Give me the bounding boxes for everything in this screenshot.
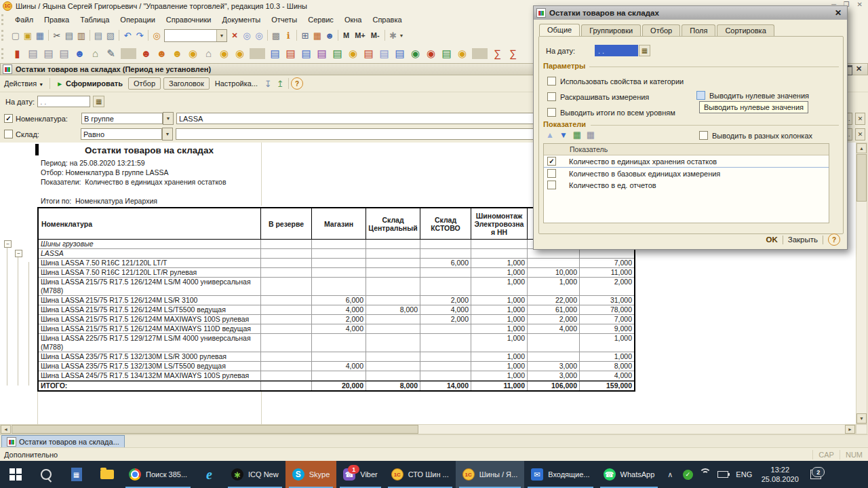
taskbar-app-1c-shiny[interactable]: 1С Шины / Я... — [456, 461, 525, 488]
sum-report-icon[interactable]: ∑ — [490, 48, 505, 60]
Шина LASSA 7.50 R16C 121/120L LT/T[interactable]: Шина LASSA 7.50 R16C 121/120L LT/T 6,000… — [39, 259, 634, 268]
supplier-icon[interactable]: ☻ — [170, 48, 185, 60]
horizontal-scroll-thumb[interactable] — [12, 425, 418, 434]
toolbar-icon[interactable] — [90, 30, 90, 41]
indicator-checkbox[interactable] — [547, 157, 556, 166]
Шина LASSA 235/75 R17.5 132/130M LS/T5500 ведущая[interactable]: Шина LASSA 235/75 R17.5 132/130M LS/T550… — [39, 362, 634, 371]
Шина LASSA 215/75 R17.5 126/124M MAXIWAYS 110D ведущая[interactable]: Шина LASSA 215/75 R17.5 126/124M MAXIWAY… — [39, 324, 634, 334]
undo-icon[interactable]: ↶ — [121, 29, 134, 41]
indicator-list-item[interactable]: Количество в единицах хранения остатков — [544, 155, 829, 168]
filter-button[interactable]: Отбор — [128, 77, 161, 90]
dialog-help-icon[interactable]: ? — [828, 233, 840, 246]
dialog-close-icon[interactable]: ✕ — [832, 8, 844, 18]
coin-add-icon[interactable]: ◉ — [408, 48, 423, 60]
separate-columns-checkbox-row[interactable]: Выводить в разных колонках — [699, 131, 812, 140]
chevron-down-icon[interactable]: ▼ — [399, 33, 404, 38]
tree-collapse-icon[interactable]: − — [4, 240, 12, 248]
doc-copy-icon[interactable]: ▤ — [376, 48, 392, 60]
toolbar-icon[interactable] — [148, 30, 149, 41]
indicator-checkbox[interactable] — [547, 181, 556, 189]
chevron-down-icon[interactable]: ▼ — [216, 30, 226, 41]
generate-button[interactable]: ► Сформировать — [52, 78, 127, 89]
print-labels-icon[interactable]: ▤ — [56, 48, 72, 60]
menu-documents[interactable]: Документы — [216, 14, 266, 26]
dialog-date-input[interactable]: . . — [595, 45, 638, 56]
print-report-icon[interactable]: ▤ — [25, 48, 41, 60]
chevron-down-icon[interactable]: ▼ — [162, 128, 173, 140]
Шина LASSA 215/75 R17.5 126/124M LS/R 3100[interactable]: Шина LASSA 215/75 R17.5 126/124M LS/R 31… — [39, 296, 634, 305]
cash-building-icon[interactable]: ⌂ — [201, 48, 216, 60]
taskbar-app-1c-sto[interactable]: 1С СТО Шин ... — [384, 461, 456, 488]
employees-icon[interactable]: ☻ — [72, 48, 87, 60]
taskbar-search-button[interactable] — [31, 461, 61, 488]
taskbar-app-icq[interactable]: ∗ ICQ New — [224, 461, 285, 488]
taskbar-app-skype[interactable]: S Skype — [285, 461, 337, 488]
nomenclature-checkbox[interactable] — [4, 114, 13, 123]
menu-reports[interactable]: Отчеты — [266, 14, 302, 26]
tray-wifi-icon[interactable] — [696, 461, 714, 488]
chevron-down-icon[interactable]: ▼ — [163, 112, 174, 125]
toolbar-icon[interactable] — [121, 48, 136, 59]
column-header[interactable]: Склад Центральный — [366, 208, 420, 239]
file-explorer-button[interactable] — [92, 461, 122, 488]
menu-windows[interactable]: Окна — [339, 14, 368, 26]
customer-icon[interactable]: ☻ — [138, 48, 154, 60]
copy-fragment-icon[interactable]: ▩ — [270, 29, 282, 41]
invoice-in-icon[interactable]: ▤ — [298, 48, 314, 60]
totals-all-levels-checkbox-row[interactable]: Выводить итоги по всем уровням — [547, 108, 675, 117]
new-doc-icon[interactable]: ▢ — [9, 29, 22, 41]
dialog-tab-general[interactable]: Общие — [539, 24, 580, 36]
use-props-checkbox[interactable] — [547, 77, 556, 86]
doc-cash-icon[interactable]: ◉ — [454, 48, 470, 60]
warehouse-icon[interactable]: ⌂ — [87, 48, 103, 60]
sum-report2-icon[interactable]: ∑ — [505, 48, 521, 60]
save-icon[interactable]: ▦ — [34, 29, 46, 41]
taskbar-app-chrome[interactable]: Поиск 385... — [122, 461, 194, 488]
scroll-right-icon[interactable]: ► — [845, 425, 855, 434]
warehouse-clear-button[interactable]: ✕ — [855, 128, 865, 140]
dialog-calendar-button[interactable]: ▦ — [639, 45, 650, 56]
vertical-scrollbar[interactable]: ▲ ▼ — [856, 143, 867, 424]
print-price-icon[interactable]: ▤ — [41, 48, 56, 60]
taskbar-app-mail[interactable]: ✉ Входящие... — [524, 461, 596, 488]
report-close-icon[interactable]: ✕ — [856, 64, 862, 73]
indicator-list-item[interactable]: Количество в базовых единицах измерения — [544, 168, 829, 179]
find-prev-icon[interactable]: ◎ — [253, 29, 265, 41]
LASSA[interactable]: LASSA — [39, 249, 634, 259]
Шина LASSA 7.50 R16C 121/120L LT/R рулевая[interactable]: Шина LASSA 7.50 R16C 121/120L LT/R рулев… — [39, 268, 634, 278]
print-preview-icon[interactable]: ▧ — [104, 29, 117, 41]
users-icon[interactable]: ☻ — [323, 29, 336, 41]
vertical-scroll-thumb[interactable] — [856, 154, 867, 202]
tray-language[interactable]: ENG — [732, 461, 756, 488]
menu-service[interactable]: Сервис — [302, 14, 339, 26]
settings-button[interactable]: Настройка... — [211, 78, 262, 89]
ok-button[interactable]: OK — [766, 236, 777, 244]
nomenclature-clear-button[interactable]: ✕ — [855, 113, 865, 125]
calc-m-button[interactable]: M — [340, 31, 352, 39]
paste-icon[interactable]: ▥ — [75, 29, 87, 41]
doc-approve-icon[interactable]: ▤ — [439, 48, 454, 60]
search-combobox[interactable]: ▼ — [164, 29, 227, 42]
date-input[interactable]: . . — [37, 96, 90, 107]
tray-chevron-icon[interactable]: ∧ — [661, 461, 679, 488]
column-header[interactable]: Шиномонтаж Электровозная НН — [471, 208, 528, 239]
dialog-tab-sorting[interactable]: Сортировка — [717, 24, 774, 36]
doc-move-icon[interactable]: ▤ — [392, 48, 408, 60]
move-down-icon[interactable]: ▼ — [558, 130, 569, 140]
goods-writeoff-icon[interactable]: ▤ — [361, 48, 376, 60]
Шина LASSA 215/75 R17.5 126/124M LS/M 4000 универсальная (M788)[interactable]: Шина LASSA 215/75 R17.5 126/124M LS/M 40… — [39, 278, 634, 296]
invoice-out-icon[interactable]: ▤ — [314, 48, 330, 60]
tray-clock[interactable]: 13:22 25.08.2020 — [756, 461, 804, 488]
dialog-tab-filter[interactable]: Отбор — [642, 24, 680, 36]
dialog-tab-fields[interactable]: Поля — [682, 24, 715, 36]
close-button[interactable]: Закрыть — [788, 236, 818, 244]
goods-receipt-icon[interactable]: ▤ — [330, 48, 345, 60]
restore-settings-icon[interactable]: ↥ — [274, 77, 286, 90]
horizontal-scrollbar[interactable]: ◄ ► — [0, 424, 856, 434]
Шина LASSA 215/75 R17.5 126/124M LS/T5500 ведущая[interactable]: Шина LASSA 215/75 R17.5 126/124M LS/T550… — [39, 305, 634, 315]
start-button[interactable] — [0, 461, 31, 488]
taskbar-app-ie[interactable]: e — [194, 461, 224, 488]
check-all-icon[interactable]: ▦ — [572, 130, 583, 140]
indicator-checkbox[interactable] — [547, 169, 556, 178]
toolbar-icon[interactable] — [472, 48, 488, 59]
